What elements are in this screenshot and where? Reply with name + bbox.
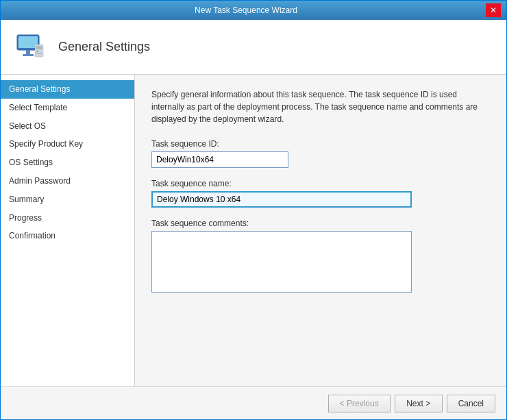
close-button[interactable]: ✕ [486,3,501,17]
next-button[interactable]: Next > [395,395,443,412]
svg-rect-5 [36,46,42,49]
title-bar: New Task Sequence Wizard ✕ [1,1,506,20]
sidebar-item-progress[interactable]: Progress [1,209,134,227]
task-sequence-comments-input[interactable] [151,231,412,293]
svg-point-6 [37,51,38,52]
svg-rect-3 [23,54,34,56]
task-sequence-comments-label: Task sequence comments: [151,219,490,228]
sidebar-item-confirmation[interactable]: Confirmation [1,227,134,245]
sidebar-item-summary[interactable]: Summary [1,190,134,209]
content-area: General Settings Select Template Select … [1,75,506,386]
svg-rect-7 [36,53,42,54]
task-sequence-name-input[interactable] [151,191,412,208]
task-sequence-name-group: Task sequence name: [151,179,490,208]
sidebar-item-os-settings[interactable]: OS Settings [1,153,134,172]
sidebar-item-general-settings[interactable]: General Settings [1,80,134,99]
header-area: General Settings [1,20,506,75]
sidebar-item-select-os[interactable]: Select OS [1,117,134,136]
task-sequence-id-input[interactable] [151,151,288,168]
window-title: New Task Sequence Wizard [6,5,486,15]
footer-area: < Previous Next > Cancel [1,386,506,419]
sidebar-item-specify-product-key[interactable]: Specify Product Key [1,135,134,153]
cancel-button[interactable]: Cancel [447,395,495,412]
previous-button[interactable]: < Previous [328,395,391,412]
sidebar: General Settings Select Template Select … [1,75,135,386]
sidebar-item-admin-password[interactable]: Admin Password [1,172,134,190]
task-sequence-name-label: Task sequence name: [151,179,490,188]
window-body: General Settings General Settings Select… [1,20,506,419]
task-sequence-id-label: Task sequence ID: [151,139,490,149]
main-content: Specify general information about this t… [135,75,506,386]
description-text: Specify general information about this t… [151,88,490,125]
sidebar-item-select-template[interactable]: Select Template [1,99,134,117]
svg-rect-2 [26,50,30,54]
page-title: General Settings [58,40,150,54]
wizard-window: New Task Sequence Wizard ✕ [0,0,507,420]
task-sequence-id-group: Task sequence ID: [151,139,490,168]
task-sequence-comments-group: Task sequence comments: [151,219,490,295]
header-icon [14,31,47,64]
